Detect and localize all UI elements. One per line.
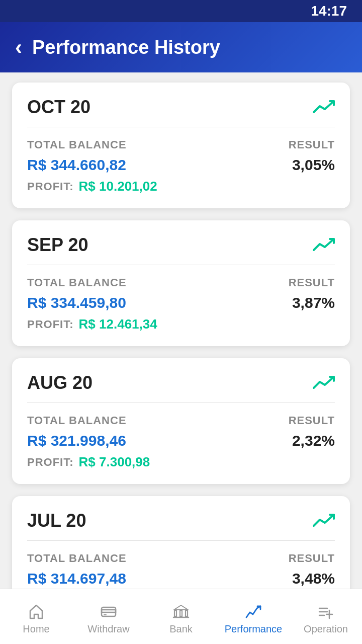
svg-rect-4 (180, 610, 182, 616)
result-label-aug: RESULT (289, 414, 335, 427)
profit-amount-aug: R$ 7.300,98 (79, 454, 150, 470)
balance-amount-sep: R$ 334.459,80 (27, 294, 157, 311)
card-header-jul: JUL 20 (27, 510, 335, 531)
result-label-sep: RESULT (289, 276, 335, 289)
card-divider (27, 403, 335, 403)
result-value-sep: 3,87% (292, 294, 335, 311)
result-value-jul: 3,48% (292, 570, 335, 587)
result-value-oct: 3,05% (292, 156, 335, 174)
withdraw-icon (100, 603, 117, 620)
card-divider (27, 265, 335, 265)
header: ‹ Performance History (0, 22, 362, 72)
profit-amount-sep: R$ 12.461,34 (79, 316, 157, 332)
svg-rect-5 (186, 610, 188, 616)
result-label-jul: RESULT (289, 552, 335, 565)
card-month-oct: OCT 20 (27, 97, 90, 118)
card-header-sep: SEP 20 (27, 234, 335, 256)
trend-icon-oct (313, 99, 335, 115)
nav-label-bank: Bank (169, 623, 193, 635)
balance-amount-oct: R$ 344.660,82 (27, 156, 157, 174)
profit-label-oct: PROFIT: (27, 180, 74, 193)
bottom-nav: Home Withdraw Bank Performance (0, 589, 362, 644)
card-month-sep: SEP 20 (27, 234, 88, 256)
total-balance-label-oct: TOTAL BALANCE (27, 138, 157, 151)
operation-icon (317, 603, 334, 620)
status-time: 14:17 (311, 3, 347, 19)
back-button[interactable]: ‹ (15, 37, 22, 58)
result-label-oct: RESULT (289, 138, 335, 151)
card-header-oct: OCT 20 (27, 97, 335, 118)
home-icon (28, 603, 45, 620)
total-balance-label-jul: TOTAL BALANCE (27, 552, 157, 565)
card-month-jul: JUL 20 (27, 510, 86, 531)
content-area: OCT 20 TOTAL BALANCE R$ 344.660,82 PROFI… (0, 72, 362, 644)
nav-item-performance[interactable]: Performance (217, 589, 290, 644)
svg-rect-1 (102, 610, 116, 612)
card-header-aug: AUG 20 (27, 372, 335, 393)
svg-rect-3 (174, 610, 176, 616)
svg-rect-2 (104, 614, 107, 615)
trend-icon-jul (313, 513, 335, 529)
card-divider (27, 540, 335, 541)
nav-label-home: Home (23, 623, 49, 635)
card-divider (27, 127, 335, 127)
profit-label-sep: PROFIT: (27, 318, 74, 331)
nav-item-bank[interactable]: Bank (145, 589, 217, 644)
trend-icon-sep (313, 237, 335, 253)
nav-item-operation[interactable]: Operation (290, 589, 362, 644)
svg-marker-7 (174, 605, 188, 610)
total-balance-label-aug: TOTAL BALANCE (27, 414, 150, 427)
nav-label-operation: Operation (304, 623, 348, 635)
nav-label-performance: Performance (225, 623, 283, 635)
result-value-aug: 2,32% (292, 432, 335, 449)
balance-amount-jul: R$ 314.697,48 (27, 570, 157, 587)
performance-card-aug[interactable]: AUG 20 TOTAL BALANCE R$ 321.998,46 PROFI… (12, 358, 350, 484)
profit-amount-oct: R$ 10.201,02 (79, 179, 157, 194)
card-month-aug: AUG 20 (27, 372, 93, 393)
nav-label-withdraw: Withdraw (87, 623, 129, 635)
card-body-oct: TOTAL BALANCE R$ 344.660,82 PROFIT: R$ 1… (27, 138, 335, 194)
card-body-sep: TOTAL BALANCE R$ 334.459,80 PROFIT: R$ 1… (27, 276, 335, 332)
performance-card-sep[interactable]: SEP 20 TOTAL BALANCE R$ 334.459,80 PROFI… (12, 220, 350, 346)
trend-icon-aug (313, 375, 335, 391)
performance-icon (245, 603, 262, 620)
bank-icon (172, 603, 190, 620)
status-bar: 14:17 (0, 0, 362, 22)
nav-item-home[interactable]: Home (0, 589, 72, 644)
performance-card-oct[interactable]: OCT 20 TOTAL BALANCE R$ 344.660,82 PROFI… (12, 83, 350, 208)
page-title: Performance History (32, 37, 220, 58)
nav-item-withdraw[interactable]: Withdraw (72, 589, 145, 644)
total-balance-label-sep: TOTAL BALANCE (27, 276, 157, 289)
balance-amount-aug: R$ 321.998,46 (27, 432, 150, 449)
profit-label-aug: PROFIT: (27, 456, 74, 469)
card-body-aug: TOTAL BALANCE R$ 321.998,46 PROFIT: R$ 7… (27, 414, 335, 470)
